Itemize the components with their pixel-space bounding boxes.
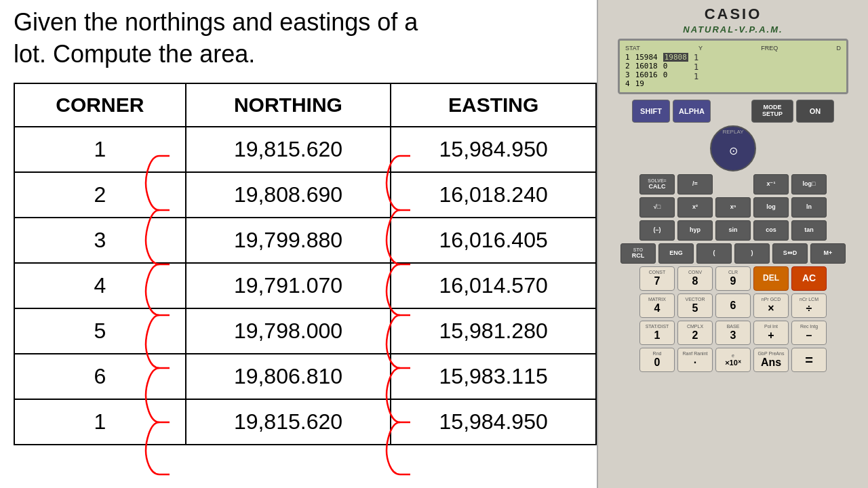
lparen-button[interactable]: ( — [696, 243, 732, 264]
num6-button[interactable]: 6 — [715, 293, 751, 318]
table-row: 6 19,806.810 15,983.115 — [14, 354, 596, 399]
problem-line2: lot. Compute the area. — [14, 40, 255, 68]
ln-button[interactable]: ln — [791, 197, 827, 218]
num0-button[interactable]: Rnd0 — [639, 348, 675, 372]
btn-row-1: SHIFT ALPHA MODESETUP ON — [618, 100, 848, 123]
cell-corner-6: 1 — [14, 399, 186, 445]
num2-button[interactable]: CMPLX2 — [677, 321, 713, 345]
rparen-button[interactable]: ) — [734, 243, 770, 264]
calc-buttons: SHIFT ALPHA MODESETUP ON REPLAY ⊙ SOLVE=… — [618, 100, 848, 375]
cell-easting-1: 16,018.240 — [391, 172, 596, 218]
table-row: 5 19,798.000 15,981.280 — [14, 308, 596, 354]
btn-row-4: √□ x² xⁿ log ln — [618, 197, 848, 218]
replay-row: REPLAY ⊙ — [618, 125, 848, 171]
col-header-corner: CORNER — [14, 83, 186, 127]
cell-corner-0: 1 — [14, 127, 186, 172]
col-header-easting: EASTING — [391, 83, 596, 127]
cell-easting-4: 15,981.280 — [391, 308, 596, 354]
sqrt-button[interactable]: √□ — [639, 197, 675, 218]
screen-freq-col: 1 1 1 — [694, 53, 698, 88]
log-button[interactable]: log — [753, 197, 789, 218]
col-header-northing: NORTHING — [186, 83, 391, 127]
eng-button[interactable]: ENG — [658, 243, 694, 264]
cell-corner-1: 2 — [14, 172, 186, 218]
cell-corner-4: 5 — [14, 308, 186, 354]
on-button[interactable]: ON — [796, 100, 834, 123]
hyp-button[interactable]: hyp — [677, 220, 713, 241]
cell-northing-6: 19,815.620 — [186, 399, 391, 445]
div-button[interactable]: nCr LCM÷ — [791, 293, 827, 318]
neg-button[interactable]: (–) — [639, 220, 675, 241]
alpha-button[interactable]: ALPHA — [673, 100, 711, 123]
cell-corner-3: 4 — [14, 263, 186, 308]
dot-button[interactable]: Ranf Ranint· — [677, 348, 713, 372]
xpow-button[interactable]: xⁿ — [715, 197, 751, 218]
table-row: 3 19,799.880 16,016.405 — [14, 218, 596, 263]
mult-button[interactable]: nPr GCD× — [753, 293, 789, 318]
d-indicator: D — [837, 45, 842, 52]
cell-northing-4: 19,798.000 — [186, 308, 391, 354]
plus-button[interactable]: Pol Int+ — [753, 321, 789, 345]
cell-northing-0: 19,815.620 — [186, 127, 391, 172]
replay-button[interactable]: REPLAY ⊙ — [710, 125, 756, 171]
frac-button[interactable]: /= — [677, 174, 713, 195]
y-label: Y — [698, 45, 703, 52]
stat-label: STAT — [625, 45, 640, 52]
freq-label: FREQ — [761, 45, 778, 52]
equals-button[interactable]: = — [791, 348, 827, 372]
calculator: CASIO NATURAL-V.P.A.M. STAT Y FREQ D 1 2… — [597, 0, 868, 488]
minus-button[interactable]: Rec Intg– — [791, 321, 827, 345]
sd-button[interactable]: S⇔D — [772, 243, 808, 264]
calc-screen: STAT Y FREQ D 1 2 3 4 15984 16018 16016 … — [618, 39, 848, 94]
num1-button[interactable]: STAT/DIST1 — [639, 321, 675, 345]
del-button[interactable]: DEL — [753, 266, 789, 291]
cell-easting-6: 15,984.950 — [391, 399, 596, 445]
data-table: CORNER NORTHING EASTING 1 19,815.620 15,… — [14, 83, 597, 445]
btn-row-7: CONST7 CONV8 CLR9 DEL AC — [618, 266, 848, 291]
num7-button[interactable]: CONST7 — [639, 266, 675, 291]
xinv-button[interactable]: x⁻¹ — [753, 174, 789, 195]
num3-button[interactable]: BASE3 — [715, 321, 751, 345]
cell-northing-1: 19,808.690 — [186, 172, 391, 218]
exp-button[interactable]: e×10ˣ — [715, 348, 751, 372]
screen-val1-col: 15984 16018 16016 19 — [635, 53, 658, 88]
btn-row-5: (–) hyp sin cos tan — [618, 220, 848, 241]
ac-button[interactable]: AC — [791, 266, 827, 291]
mode-button[interactable]: MODESETUP — [751, 100, 793, 123]
screen-x-col: 1 2 3 4 — [625, 53, 630, 88]
screen-header: STAT Y FREQ D — [625, 45, 841, 52]
left-panel: Given the northings and eastings of a lo… — [0, 0, 597, 488]
tan-button[interactable]: tan — [791, 220, 827, 241]
calc-button[interactable]: SOLVE=CALC — [639, 174, 675, 195]
cell-corner-5: 6 — [14, 354, 186, 399]
btn-row-6: STORCL ENG ( ) S⇔D M+ — [618, 243, 848, 264]
btn-row-10: Rnd0 Ranf Ranint· e×10ˣ GbP PreAnsAns = — [618, 348, 848, 372]
calc-model: NATURAL-V.P.A.M. — [683, 24, 783, 35]
table-row: 2 19,808.690 16,018.240 — [14, 172, 596, 218]
cos-button[interactable]: cos — [753, 220, 789, 241]
btn-row-3: SOLVE=CALC /= x⁻¹ log□ — [618, 174, 848, 195]
mplus-button[interactable]: M+ — [810, 243, 846, 264]
problem-line1: Given the northings and eastings of a — [14, 8, 418, 36]
cell-easting-0: 15,984.950 — [391, 127, 596, 172]
screen-data: 1 2 3 4 15984 16018 16016 19 19808 0 0 1… — [625, 53, 841, 88]
problem-text: Given the northings and eastings of a lo… — [14, 7, 583, 70]
btn-row-8: MATRIX4 VECTOR5 6 nPr GCD× nCr LCM÷ — [618, 293, 848, 318]
sin-button[interactable]: sin — [715, 220, 751, 241]
cell-northing-3: 19,791.070 — [186, 263, 391, 308]
cell-corner-2: 3 — [14, 218, 186, 263]
x2-button[interactable]: x² — [677, 197, 713, 218]
num5-button[interactable]: VECTOR5 — [677, 293, 713, 318]
shift-button[interactable]: SHIFT — [632, 100, 670, 123]
ans-button[interactable]: GbP PreAnsAns — [753, 348, 789, 372]
rcl-button[interactable]: STORCL — [620, 243, 656, 264]
num8-button[interactable]: CONV8 — [677, 266, 713, 291]
cell-easting-3: 16,014.570 — [391, 263, 596, 308]
cell-northing-2: 19,799.880 — [186, 218, 391, 263]
table-row: 1 19,815.620 15,984.950 — [14, 399, 596, 445]
num4-button[interactable]: MATRIX4 — [639, 293, 675, 318]
cell-easting-2: 16,016.405 — [391, 218, 596, 263]
num9-button[interactable]: CLR9 — [715, 266, 751, 291]
log0-button[interactable]: log□ — [791, 174, 827, 195]
table-row: 1 19,815.620 15,984.950 — [14, 127, 596, 172]
